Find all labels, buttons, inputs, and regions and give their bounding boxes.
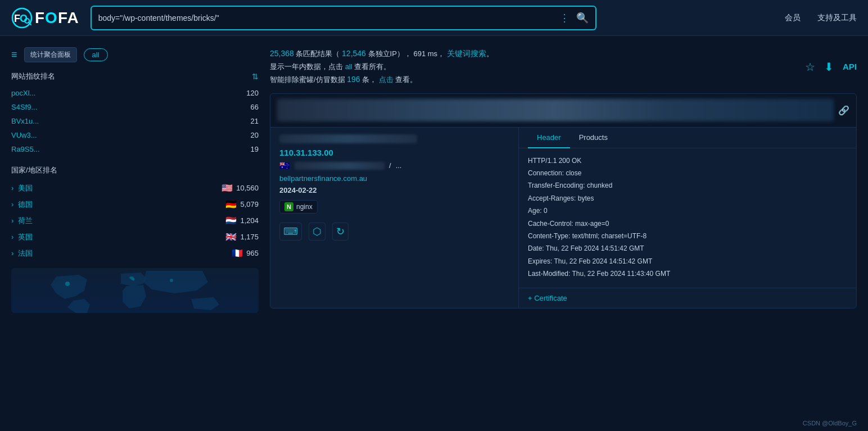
card-meta-row: 🇦🇺 / ...	[279, 161, 509, 171]
card-url-blur	[279, 134, 417, 143]
star-icon[interactable]: ☆	[805, 60, 815, 74]
main-layout: ≡ 统计聚合面板 all 网站指纹排名 ⇅ pocXl... 120 S4Sf9…	[0, 36, 868, 420]
server-badge: N nginx	[279, 200, 318, 214]
fingerprint-item-1[interactable]: S4Sf9... 66	[11, 100, 259, 114]
results-view-label: 查看。	[395, 75, 417, 84]
results-click-link[interactable]: 点击	[379, 75, 394, 84]
results-bar: 25,368 条匹配结果（ 12,546 条独立IP）， 691 ms， 关键词…	[270, 47, 857, 87]
header-line-9: Last-Modified: Thu, 22 Feb 2024 11:43:40…	[528, 268, 847, 279]
content-area: 25,368 条匹配结果（ 12,546 条独立IP）， 691 ms， 关键词…	[270, 47, 857, 409]
world-map-area	[11, 268, 259, 313]
country-item-0[interactable]: › 美国 🇺🇸 10,560	[11, 180, 259, 196]
results-actions: ☆ ⬇ API	[805, 60, 857, 74]
screenshot-blur	[277, 99, 834, 121]
tab-products[interactable]: Products	[570, 128, 617, 148]
results-all-link[interactable]: all	[345, 62, 352, 71]
results-honey-prefix: 智能排除蜜罐/仿冒数据	[270, 75, 345, 84]
server-badge-label: nginx	[296, 203, 313, 211]
country-list: › 美国 🇺🇸 10,560 › 德国 🇩🇪 5,079 › 荷兰 🇳🇱 1,2…	[11, 180, 259, 261]
download-icon[interactable]: ⬇	[824, 60, 834, 74]
header-line-0: HTTP/1.1 200 OK	[528, 155, 847, 166]
card-path-dots: ...	[396, 161, 402, 170]
country-item-2[interactable]: › 荷兰 🇳🇱 1,204	[11, 212, 259, 229]
header-line-7: Date: Thu, 22 Feb 2024 14:51:42 GMT	[528, 243, 847, 254]
search-icons: ⋮ 🔍	[559, 12, 589, 24]
header-nav: 会员 支持及工具	[785, 13, 857, 23]
header-line-5: Cache-Control: max-age=0	[528, 218, 847, 229]
results-honey-mid: 条，	[362, 75, 377, 84]
card-right: Header Products HTTP/1.1 200 OK Connecti…	[519, 128, 856, 308]
stats-panel-button[interactable]: 统计聚合面板	[24, 47, 77, 62]
country-item-4[interactable]: › 法国 🇫🇷 965	[11, 245, 259, 261]
results-ip-count: 12,546	[342, 49, 366, 58]
fingerprint-item-0[interactable]: pocXl... 120	[11, 86, 259, 100]
fingerprint-section-title: 网站指纹排名 ⇅	[11, 71, 259, 81]
svg-point-7	[132, 278, 135, 281]
result-card: 🔗 110.31.133.00 🇦🇺 / ... bellpartnersfin…	[270, 93, 857, 308]
card-body: 110.31.133.00 🇦🇺 / ... bellpartnersfinan…	[270, 128, 856, 308]
results-honey-count: 196	[347, 75, 360, 84]
svg-point-5	[65, 282, 70, 286]
header-line-8: Expires: Thu, 22 Feb 2024 14:51:42 GMT	[528, 256, 847, 267]
card-domain-blur	[295, 162, 385, 170]
results-ip-label: 条独立IP），	[368, 49, 412, 58]
filter-icon[interactable]: ≡	[11, 49, 17, 61]
results-ms: 691 ms，	[413, 49, 445, 58]
card-date: 2024-02-22	[279, 186, 509, 194]
sidebar-top: ≡ 统计聚合面板 all	[11, 47, 259, 62]
footer-attribution: CSDN @OldBoy_G	[803, 420, 857, 427]
fingerprint-item-3[interactable]: VUw3... 20	[11, 128, 259, 142]
link-icon[interactable]: 🔗	[838, 105, 849, 116]
card-slash: /	[389, 161, 391, 170]
svg-point-8	[170, 279, 173, 282]
fofa-logo-icon: F O	[11, 7, 33, 29]
country-item-1[interactable]: › 德国 🇩🇪 5,079	[11, 196, 259, 212]
card-ip[interactable]: 110.31.133.00	[279, 148, 509, 157]
terminal-icon[interactable]: ⌨	[279, 223, 302, 241]
logo-text: FOFA	[35, 9, 79, 27]
header-line-1: Connection: close	[528, 167, 847, 179]
header-line-6: Content-Type: text/html; charset=UTF-8	[528, 230, 847, 242]
world-map-svg	[11, 268, 259, 313]
header-line-4: Age: 0	[528, 205, 847, 216]
cube-icon[interactable]: ⬡	[309, 223, 326, 241]
header-content: HTTP/1.1 200 OK Connection: close Transf…	[519, 148, 856, 288]
card-screenshot-bar: 🔗	[270, 94, 856, 128]
card-left: 110.31.133.00 🇦🇺 / ... bellpartnersfinan…	[270, 128, 519, 308]
results-count: 25,368	[270, 49, 294, 58]
search-bar[interactable]: ⋮ 🔍	[91, 6, 596, 30]
search-submit-icon[interactable]: 🔍	[576, 12, 589, 24]
tab-bar: Header Products	[519, 128, 856, 148]
results-count-label: 条匹配结果（	[296, 49, 340, 58]
fingerprint-item-4[interactable]: Ra9S5... 19	[11, 142, 259, 156]
refresh-icon[interactable]: ↻	[332, 223, 349, 241]
results-info: 25,368 条匹配结果（ 12,546 条独立IP）， 691 ms， 关键词…	[270, 47, 494, 87]
card-action-icons: ⌨ ⬡ ↻	[279, 223, 509, 241]
logo[interactable]: F O FOFA	[11, 7, 79, 29]
fingerprint-item-2[interactable]: BVx1u... 21	[11, 114, 259, 128]
svg-point-9	[129, 276, 132, 279]
fingerprint-list: pocXl... 120 S4Sf9... 66 BVx1u... 21 VUw…	[11, 86, 259, 156]
results-keyword-link[interactable]: 关键词搜索	[447, 49, 486, 58]
sidebar: ≡ 统计聚合面板 all 网站指纹排名 ⇅ pocXl... 120 S4Sf9…	[11, 47, 259, 409]
search-options-icon[interactable]: ⋮	[559, 12, 569, 24]
card-domain-link[interactable]: bellpartnersfinance.com.au	[279, 174, 509, 183]
certificate-button[interactable]: + Certificate	[519, 288, 856, 308]
card-flag-icon: 🇦🇺	[279, 161, 290, 171]
search-input[interactable]	[98, 13, 559, 22]
nav-member[interactable]: 会员	[785, 13, 801, 23]
api-button[interactable]: API	[843, 62, 857, 71]
fingerprint-sort-icon[interactable]: ⇅	[252, 72, 259, 81]
country-item-3[interactable]: › 英国 🇬🇧 1,175	[11, 229, 259, 245]
results-line2-suffix: 查看所有。	[354, 62, 391, 71]
header: F O FOFA ⋮ 🔍 会员 支持及工具	[0, 0, 868, 36]
nginx-badge-icon: N	[284, 202, 293, 211]
tab-header[interactable]: Header	[528, 128, 570, 148]
nav-support[interactable]: 支持及工具	[817, 13, 857, 23]
all-button[interactable]: all	[84, 48, 108, 61]
country-section-title: 国家/地区排名	[11, 165, 259, 175]
header-line-3: Accept-Ranges: bytes	[528, 193, 847, 204]
header-line-2: Transfer-Encoding: chunked	[528, 180, 847, 191]
results-line2: 显示一年内数据，点击	[270, 62, 343, 71]
